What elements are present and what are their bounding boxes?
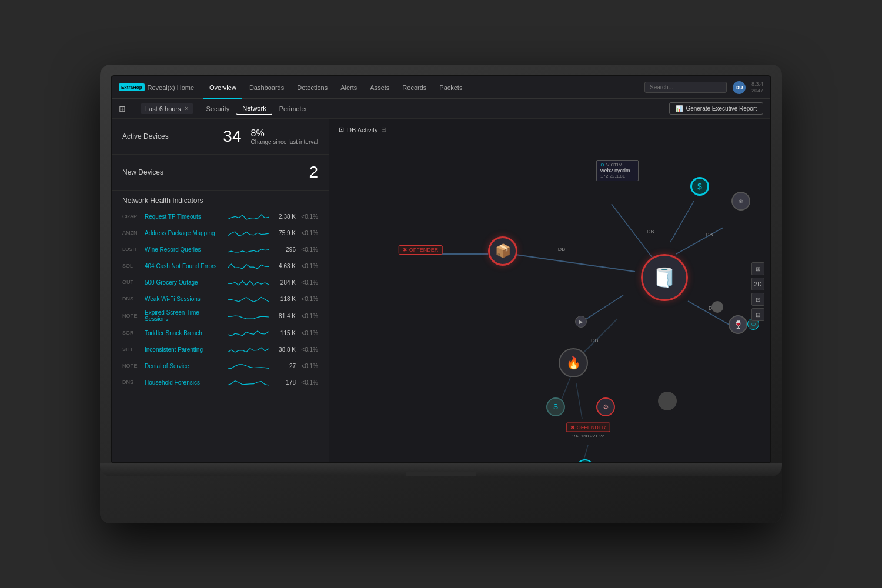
- health-tag: CRAP: [122, 213, 141, 219]
- offender2-label: ✖ OFFENDER: [566, 423, 610, 432]
- search-input[interactable]: [644, 82, 727, 93]
- health-row[interactable]: NOPE Denial of Service 27 <0.1%: [112, 358, 329, 374]
- dollar-icon: $: [697, 182, 702, 191]
- toolbar: ⊞ Last 6 hours ✕ Security Network Perime…: [112, 99, 770, 119]
- map-ctrl-grid[interactable]: ⊞: [751, 262, 764, 275]
- health-value: 38.8 K: [272, 346, 296, 353]
- version-info: 8.3.4 2047: [751, 81, 763, 94]
- gray-node2: [658, 392, 677, 410]
- health-name[interactable]: Wine Record Queries: [145, 246, 224, 253]
- health-title: Network Health Indicators: [112, 191, 329, 208]
- laptop-screen: ExtraHop Reveal(x) Home Overview Dashboa…: [111, 75, 771, 463]
- settings-icon: ❄: [739, 198, 743, 205]
- layout-icon[interactable]: ⊞: [119, 104, 126, 113]
- tab-security[interactable]: Security: [201, 103, 236, 115]
- health-name[interactable]: Toddler Snack Breach: [145, 330, 224, 336]
- time-filter[interactable]: Last 6 hours ✕: [141, 103, 193, 114]
- health-row[interactable]: SGR Toddler Snack Breach 115 K <0.1%: [112, 325, 329, 341]
- nav-alerts[interactable]: Alerts: [335, 76, 363, 99]
- health-sparkline: [228, 243, 269, 255]
- svg-line-9: [676, 228, 723, 254]
- top-nav: ExtraHop Reveal(x) Home Overview Dashboa…: [112, 76, 770, 99]
- health-name[interactable]: Weak Wi-Fi Sessions: [145, 296, 224, 302]
- nav-records[interactable]: Records: [396, 76, 432, 99]
- health-tag: SOL: [122, 263, 141, 269]
- health-row[interactable]: LUSH Wine Record Queries 296 <0.1%: [112, 241, 329, 258]
- health-row[interactable]: DNS Household Forensics 178 <0.1%: [112, 374, 329, 390]
- health-row[interactable]: NOPE Expired Screen Time Sessions 81.4 K…: [112, 307, 329, 325]
- report-button[interactable]: 📊 Generate Executive Report: [669, 102, 763, 115]
- health-name[interactable]: Request TP Timeouts: [145, 213, 224, 220]
- left-panel: Active Devices 34 8% Change since last i…: [112, 119, 329, 463]
- active-devices-change: Change since last interval: [250, 139, 318, 145]
- health-pct: <0.1%: [299, 346, 318, 353]
- main-content: Active Devices 34 8% Change since last i…: [112, 119, 770, 463]
- health-row[interactable]: OUT 500 Grocery Outage 284 K <0.1%: [112, 274, 329, 290]
- user-avatar[interactable]: DU: [733, 81, 746, 94]
- health-row[interactable]: CRAP Request TP Timeouts 2.38 K <0.1%: [112, 208, 329, 225]
- offender2-node: ✖ OFFENDER 192.168.221.22: [566, 423, 610, 439]
- nav-overview[interactable]: Overview: [203, 76, 242, 99]
- svg-line-5: [582, 295, 623, 322]
- health-pct: <0.1%: [299, 246, 318, 253]
- health-tag: SHT: [122, 346, 141, 352]
- map-ctrl-zoom-out[interactable]: ⊟: [751, 308, 764, 321]
- tab-network[interactable]: Network: [236, 102, 272, 115]
- map-ctrl-zoom-in[interactable]: ⊡: [751, 293, 764, 306]
- health-row[interactable]: AMZN Address Package Mapping 75.9 K <0.1…: [112, 225, 329, 241]
- health-name[interactable]: Household Forensics: [145, 379, 224, 386]
- active-devices-pct: 8%: [250, 128, 318, 139]
- health-pct: <0.1%: [299, 263, 318, 269]
- health-name[interactable]: Address Package Mapping: [145, 230, 224, 236]
- health-name[interactable]: Inconsistent Parenting: [145, 346, 224, 353]
- health-pct: <0.1%: [299, 313, 318, 319]
- nav-packets[interactable]: Packets: [433, 76, 468, 99]
- health-pct: <0.1%: [299, 230, 318, 236]
- health-row[interactable]: DNS Weak Wi-Fi Sessions 118 K <0.1%: [112, 290, 329, 307]
- new-devices-card: New Devices 2: [112, 155, 329, 191]
- brand-home[interactable]: Reveal(x) Home: [148, 84, 194, 91]
- nav-dashboards[interactable]: Dashboards: [243, 76, 290, 99]
- new-devices-value: 2: [309, 163, 318, 182]
- s-node: S: [546, 397, 565, 416]
- svg-text:DB: DB: [591, 338, 599, 343]
- main-node: 🧻: [641, 254, 688, 301]
- victim-node: ⊙ VICTIM web2.nycdm... 172.22.1.81: [596, 160, 639, 183]
- health-sparkline: [228, 376, 269, 388]
- health-name[interactable]: Denial of Service: [145, 363, 224, 369]
- svg-line-8: [670, 201, 694, 242]
- health-sparkline: [228, 276, 269, 288]
- db-activity-text: DB Activity: [347, 126, 378, 133]
- health-tag: DNS: [122, 379, 141, 385]
- health-tag: OUT: [122, 279, 141, 285]
- gear-icon: ⚙: [603, 403, 609, 411]
- health-value: 284 K: [272, 279, 296, 286]
- health-table: CRAP Request TP Timeouts 2.38 K <0.1% AM…: [112, 208, 329, 390]
- nav-assets[interactable]: Assets: [364, 76, 395, 99]
- main-icon: 🧻: [641, 254, 688, 301]
- db-icon: ⊡: [339, 126, 344, 133]
- nav-detections[interactable]: Detections: [291, 76, 333, 99]
- active-devices-value: 34: [223, 127, 241, 146]
- health-name[interactable]: Expired Screen Time Sessions: [145, 309, 224, 322]
- divider: [133, 104, 133, 113]
- health-pct: <0.1%: [299, 279, 318, 286]
- health-sparkline: [228, 211, 269, 222]
- db-info-icon: ⊟: [381, 126, 386, 133]
- map-controls: ⊞ 2D ⊡ ⊟: [751, 262, 764, 321]
- health-name[interactable]: 500 Grocery Outage: [145, 279, 224, 286]
- tab-perimeter[interactable]: Perimeter: [273, 103, 313, 115]
- health-row[interactable]: SHT Inconsistent Parenting 38.8 K <0.1%: [112, 341, 329, 358]
- health-value: 4.63 K: [272, 263, 296, 269]
- health-sparkline: [228, 310, 269, 322]
- health-name[interactable]: 404 Cash Not Found Errors: [145, 263, 224, 269]
- svg-line-1: [512, 254, 635, 272]
- nav-links: Overview Dashboards Detections Alerts As…: [203, 76, 644, 99]
- svg-text:DB: DB: [558, 246, 566, 252]
- health-row[interactable]: SOL 404 Cash Not Found Errors 4.63 K <0.…: [112, 258, 329, 274]
- map-ctrl-2d[interactable]: 2D: [751, 278, 764, 290]
- victim-label: ⊙ VICTIM web2.nycdm... 172.22.1.81: [596, 160, 639, 181]
- health-sparkline: [228, 360, 269, 372]
- health-tag: AMZN: [122, 230, 141, 236]
- wifi-node: ▶: [575, 316, 587, 328]
